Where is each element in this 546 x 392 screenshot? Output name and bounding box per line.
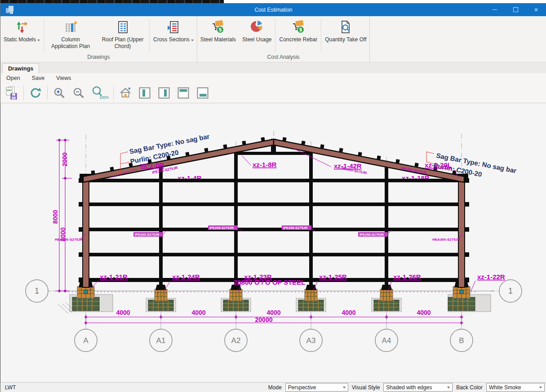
cross-sections-button[interactable]: Cross Sections [150,16,197,54]
export-image-icon: IMG [5,86,18,100]
steel-usage-label: Steel Usage [242,36,271,43]
close-button[interactable]: ✕ [526,3,546,16]
label-xz-1-24R: xz-1-24R [172,273,200,281]
drawing-canvas[interactable]: xz-1-4R xz-1-18R [0,103,546,382]
ribbon: Static Models [0,16,546,62]
rafter-right [274,139,464,182]
section-marker-right: 1 [491,280,522,302]
grid-bubble-A3: A3 [306,336,316,345]
zoom-in-button[interactable] [52,85,67,101]
menu-views[interactable]: Views [56,75,71,81]
ribbon-separator [275,19,275,52]
dim-bay-2: 4000 [191,309,205,316]
visual-style-select[interactable]: Shaded with edges [383,383,453,392]
static-models-button[interactable]: Static Models [0,16,43,54]
app-window: Cost Estimation ✕ Static Models [0,0,546,392]
view-top-button[interactable] [176,85,191,101]
background-window-artifact [0,0,224,3]
cross-sections-icon [166,19,181,35]
column-left [83,176,89,287]
concrete-rebar-label: Concrete Rebar [279,36,317,43]
svg-text:IPE200-S275JR: IPE200-S275JR [360,233,384,237]
static-models-label: Static Models [4,36,40,43]
roof-plan-label: Roof Plan (Upper Chord) [100,36,146,50]
refresh-button[interactable] [28,85,43,101]
column-application-plan-icon [63,19,78,35]
foundation-B [448,282,491,312]
maximize-icon [513,7,518,12]
steel-usage-button[interactable]: Steel Usage [239,16,275,54]
column-right [458,176,465,287]
grid-bubbles: A A1 A2 A3 A4 B [75,329,473,352]
tab-drawings[interactable]: Drawings [2,63,39,73]
view-right-icon [158,87,170,99]
svg-text:IMG: IMG [7,89,12,92]
steel-materials-button[interactable]: $ Steel Materials [197,16,239,54]
ribbon-separator [44,19,44,52]
label-xz-1-25R: xz-1-25R [319,273,347,281]
roof-plan-button[interactable]: Roof Plan (Upper Chord) [97,16,149,54]
dim-height-outer: 8000 [52,210,59,224]
quantity-take-off-button[interactable]: Quantity Take Off [322,16,369,54]
chevron-down-icon [343,387,346,388]
maximize-button[interactable] [505,3,526,16]
label-xz-1-26R: xz-1-26R [393,273,421,281]
refresh-icon [29,87,42,99]
svg-text:1: 1 [35,286,39,295]
tab-strip: Drawings [0,62,546,73]
zoom-out-button[interactable] [71,85,86,101]
zoom-in-icon [53,87,66,99]
steel-outline-note: 20800 O / O OF STEEL [234,278,305,286]
back-color-select[interactable]: White Smoke [486,383,545,392]
view-right-button[interactable] [156,85,172,101]
quantity-take-off-icon [338,19,353,35]
zoom-100-button[interactable]: 100% [90,85,109,101]
svg-text:IPE200-S275JR: IPE200-S275JR [135,233,160,237]
svg-text:1: 1 [508,286,513,295]
ribbon-separator [149,19,150,52]
dim-total: 20000 [255,316,273,323]
mode-select[interactable]: Perspective [285,383,348,392]
label-xz-1-21R: xz-1-21R [100,273,128,281]
title-bar: Cost Estimation ✕ [0,3,546,16]
dim-bay-4: 4000 [342,309,355,316]
view-bottom-icon [196,87,209,99]
column-application-plan-button[interactable]: Column Application Plan [44,16,97,54]
static-models-icon [15,19,29,35]
view-left-button[interactable] [137,85,152,101]
toolbar-separator [47,86,48,100]
toolbar-separator [23,86,24,100]
ribbon-group-label-cost-analysis: Cost Analysis [197,54,370,62]
home-icon [119,87,132,99]
concrete-rebar-button[interactable]: $ Concrete Rebar [276,16,320,54]
foundation-A1 [146,285,176,312]
dropdown-chevron-icon [191,40,194,41]
label-xz-1-20L: xz-1-20L [425,161,452,169]
dropdown-chevron-icon [37,40,40,41]
column-application-plan-label: Column Application Plan [48,36,93,50]
viewer-toolbar: IMG [0,83,546,103]
ribbon-separator [321,19,321,52]
foundation-A2 [221,285,251,312]
svg-text:100%: 100% [99,95,109,100]
back-color-label: Back Color [455,384,484,391]
view-left-icon [138,87,151,99]
menu-save[interactable]: Save [32,75,45,81]
menu-open[interactable]: Open [6,75,20,81]
toolbar-separator [113,86,114,100]
roof-plan-icon [115,19,130,35]
home-view-button[interactable] [118,85,133,101]
dim-bay-3: 4000 [266,309,280,316]
menu-row: Open Save Views [0,73,546,83]
zoom-100-icon: 100% [91,86,109,100]
quantity-take-off-label: Quantity Take Off [325,36,366,43]
chevron-down-icon [539,387,542,388]
svg-text:IPE200-S275JR: IPE200-S275JR [283,226,308,230]
ribbon-group-drawings: Static Models [0,16,197,62]
minimize-button[interactable] [484,3,505,16]
section-drawing: xz-1-4R xz-1-18R [1,103,546,382]
ribbon-group-label-drawings: Drawings [0,54,197,62]
view-bottom-button[interactable] [195,85,210,101]
export-image-button[interactable]: IMG [4,85,19,101]
dim-bay-1: 4000 [116,309,130,316]
